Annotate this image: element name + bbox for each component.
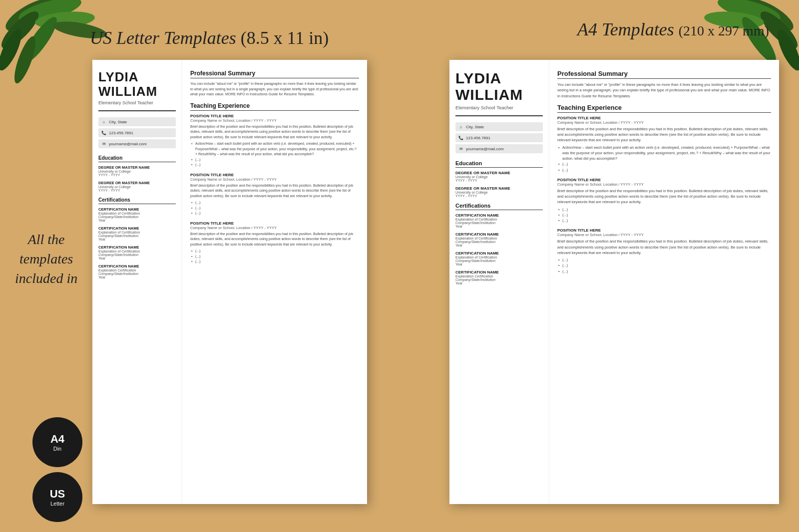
bullet-item: Action/How – start each bullet point wit… [557, 145, 771, 162]
bullet-item: Action/How – start each bullet point wit… [190, 141, 359, 157]
cert-entry-1: CERTIFICATION NAME Explanation of Certif… [98, 207, 176, 222]
resume-us-main: Professional Summary You can include "ab… [182, 60, 367, 504]
certifications-section-title-a4: Certifications [455, 203, 543, 210]
bullet-item: (...) [190, 162, 359, 168]
bullet-item: (...) [190, 211, 359, 216]
contact-section-a4: ⌂ City, State 📞 123.456.7891 ✉ yourname@… [455, 122, 543, 153]
cert-entry-a4-4: CERTIFICATION NAME Explanation Certifica… [455, 270, 543, 285]
bullet-item: (...) [557, 212, 771, 218]
edu-entry-a4-2: DEGREE OR MASTER NAME University or Coll… [455, 186, 543, 198]
prof-summary-text-a4: You can include "about me" or "profile" … [557, 82, 771, 99]
bullet-item: (...) [557, 167, 771, 173]
contact-email: ✉ yourname@mail.com [98, 139, 176, 148]
position-entry-2: POSITION TITLE HERE Company Name or Scho… [190, 173, 359, 216]
position-entry-3: POSITION TITLE HERE Company Name or Scho… [190, 221, 359, 265]
bullet-item: (...) [557, 161, 771, 167]
resume-a4-main: Professional Summary You can include "ab… [549, 60, 779, 504]
education-section-title-us: Education [98, 155, 176, 162]
bullet-item: (...) [190, 259, 359, 265]
name-block-us: LYDIA WILLIAM Elementary School Teacher [98, 70, 176, 111]
cert-entry-a4-2: CERTIFICATION NAME Explanation of Certif… [455, 232, 543, 247]
bullet-item: (...) [557, 263, 771, 268]
left-side-description: All the templates included in [15, 230, 77, 288]
resume-a4: LYDIA WILLIAM Elementary School Teacher … [449, 60, 779, 504]
email-icon-a4: ✉ [458, 146, 464, 152]
edu-entry-a4-1: DEGREE OR MASTER NAME University or Coll… [455, 171, 543, 182]
prof-summary-title-us: Professional Summary [190, 70, 359, 78]
position-entry-1: POSITION TITLE HERE Company Name or Scho… [190, 114, 359, 168]
prof-summary-text-us: You can include "about me" or "profile" … [190, 81, 359, 97]
edu-entry-2: DEGREE OR MASTER NAME University or Coll… [98, 181, 176, 192]
phone-icon: 📞 [101, 130, 107, 136]
contact-phone: 📞 123.456.7891 [98, 128, 176, 137]
circle-a4: A4 Din [32, 417, 82, 467]
contact-location: ⌂ City, State [98, 117, 176, 126]
bullet-item: (...) [190, 157, 359, 163]
name-block-a4: LYDIA WILLIAM Elementary School Teacher [455, 70, 543, 116]
contact-phone-a4: 📞 123.456.7891 [455, 133, 543, 142]
cert-entry-3: CERTIFICATION NAME Explanation of Certif… [98, 245, 176, 260]
bullet-item: (...) [190, 200, 359, 206]
position-entry-a4-2: POSITION TITLE HERE Company Name or Scho… [557, 178, 771, 224]
position-entry-a4-1: POSITION TITLE HERE Company Name or Scho… [557, 116, 771, 173]
location-icon: ⌂ [101, 119, 107, 125]
cert-entry-2: CERTIFICATION NAME Explanation of Certif… [98, 226, 176, 241]
certifications-section-title-us: Certifications [98, 197, 176, 204]
bullet-item: (...) [557, 268, 771, 274]
circle-us: US Letter [32, 472, 82, 522]
teaching-exp-title-us: Teaching Experience [190, 102, 359, 111]
cert-entry-4: CERTIFICATION NAME Explanation Certifica… [98, 264, 176, 279]
teaching-exp-title-a4: Teaching Experience [557, 104, 771, 113]
education-section-title-a4: Education [455, 160, 543, 168]
contact-section-us: ⌂ City, State 📞 123.456.7891 ✉ yourname@… [98, 117, 176, 148]
contact-location-a4: ⌂ City, State [455, 122, 543, 131]
contact-email-a4: ✉ yourname@mail.com [455, 144, 543, 153]
resume-us-letter: LYDIA WILLIAM Elementary School Teacher … [92, 60, 367, 504]
bullet-item: (...) [190, 254, 359, 260]
phone-icon-a4: 📞 [458, 135, 464, 141]
email-icon: ✉ [101, 141, 107, 147]
cert-entry-a4-3: CERTIFICATION NAME Explanation of Certif… [455, 251, 543, 266]
bullet-item: (...) [190, 249, 359, 254]
bullet-item: (...) [557, 207, 771, 212]
bullet-item: (...) [557, 218, 771, 223]
resume-us-sidebar: LYDIA WILLIAM Elementary School Teacher … [92, 60, 182, 504]
resume-a4-sidebar: LYDIA WILLIAM Elementary School Teacher … [449, 60, 549, 504]
bullet-item: (...) [190, 206, 359, 211]
edu-entry-1: DEGREE OR MASTER NAME University or Coll… [98, 165, 176, 177]
cert-entry-a4-1: CERTIFICATION NAME Explanation of Certif… [455, 213, 543, 228]
a4-template-header: A4 Templates (210 x 297 mm) [577, 19, 769, 40]
bullet-item: (...) [557, 257, 771, 263]
position-entry-a4-3: POSITION TITLE HERE Company Name or Scho… [557, 228, 771, 274]
prof-summary-title-a4: Professional Summary [557, 70, 771, 79]
location-icon-a4: ⌂ [458, 124, 464, 130]
us-template-header: US Letter Templates (8.5 x 11 in) [90, 27, 329, 48]
